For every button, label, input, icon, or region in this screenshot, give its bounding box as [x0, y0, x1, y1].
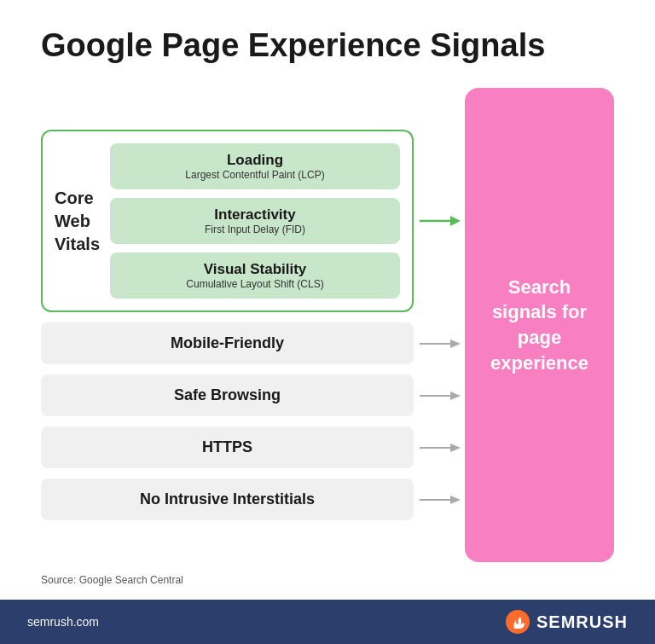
signal-row-interstitials: No Intrusive Interstitials — [41, 479, 465, 520]
cwv-card-stability-title: Visual Stability — [122, 261, 388, 278]
cwv-card-stability-subtitle: Cumulative Layout Shift (CLS) — [122, 278, 388, 290]
diagram-area: Core Web Vitals Loading Largest Contentf… — [41, 88, 614, 562]
cwv-card-interactivity: Interactivity First Input Delay (FID) — [110, 198, 400, 244]
page-title: Google Page Experience Signals — [41, 27, 614, 64]
cwv-card-interactivity-subtitle: First Input Delay (FID) — [122, 223, 388, 235]
cwv-card-interactivity-title: Interactivity — [122, 206, 388, 223]
signal-box-mobile-friendly: Mobile-Friendly — [41, 322, 414, 364]
svg-marker-9 — [450, 496, 461, 504]
left-diagram: Core Web Vitals Loading Largest Contentf… — [41, 130, 465, 520]
source-text: Source: Google Search Central — [41, 574, 614, 586]
signal-label-interstitials: No Intrusive Interstitials — [140, 490, 315, 508]
signal-label-https: HTTPS — [202, 438, 252, 455]
svg-point-10 — [506, 610, 530, 634]
svg-marker-7 — [450, 444, 461, 452]
signal-box-safe-browsing: Safe Browsing — [41, 374, 414, 416]
semrush-icon — [506, 610, 530, 634]
cwv-card-loading: Loading Largest Contentful Paint (LCP) — [110, 143, 400, 189]
search-signals-box: Search signals for page experience — [465, 88, 614, 562]
signal-label-safe-browsing: Safe Browsing — [174, 386, 281, 403]
svg-marker-3 — [450, 339, 461, 348]
footer: semrush.com SEMRUSH — [0, 600, 655, 644]
cwv-label: Core Web Vitals — [55, 187, 100, 256]
footer-logo: SEMRUSH — [506, 610, 628, 634]
footer-url: semrush.com — [27, 615, 99, 629]
cwv-card-loading-title: Loading — [122, 152, 388, 169]
cwv-cards: Loading Largest Contentful Paint (LCP) I… — [110, 143, 400, 299]
signal-row-https: HTTPS — [41, 426, 465, 468]
cwv-box: Core Web Vitals Loading Largest Contentf… — [41, 130, 414, 312]
signal-row-safe-browsing: Safe Browsing — [41, 374, 465, 416]
signal-box-https: HTTPS — [41, 426, 414, 468]
signal-label-mobile-friendly: Mobile-Friendly — [171, 334, 284, 351]
search-signals-text: Search signals for page experience — [465, 258, 614, 393]
arrow-https — [414, 438, 465, 458]
svg-marker-5 — [450, 392, 461, 400]
signal-row-mobile-friendly: Mobile-Friendly — [41, 322, 465, 364]
arrow-mobile-friendly — [414, 334, 465, 354]
cwv-row: Core Web Vitals Loading Largest Contentf… — [41, 130, 465, 312]
cwv-card-loading-subtitle: Largest Contentful Paint (LCP) — [122, 169, 388, 181]
cwv-arrow — [414, 211, 465, 231]
arrow-safe-browsing — [414, 386, 465, 406]
svg-marker-1 — [450, 216, 461, 226]
footer-logo-text: SEMRUSH — [536, 612, 628, 632]
cwv-card-stability: Visual Stability Cumulative Layout Shift… — [110, 252, 400, 299]
arrow-interstitials — [414, 490, 465, 510]
signal-box-interstitials: No Intrusive Interstitials — [41, 479, 414, 520]
